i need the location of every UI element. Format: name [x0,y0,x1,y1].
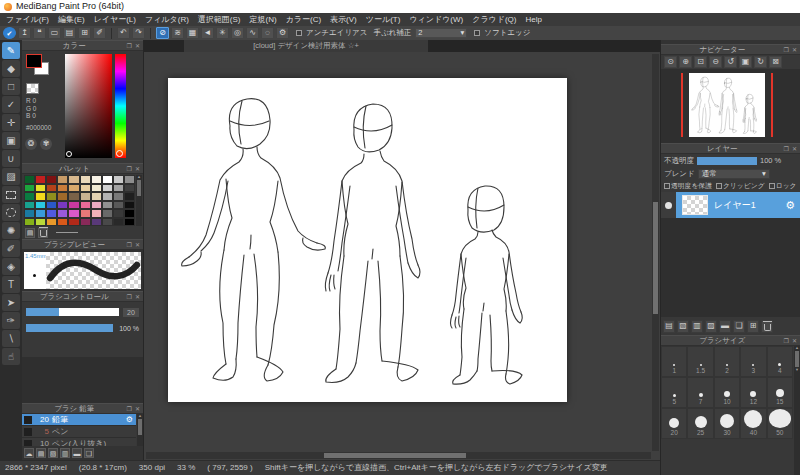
palette-swatch[interactable] [102,192,113,201]
popout-icon[interactable]: ❐ [127,406,132,412]
palette-swatch[interactable] [57,184,68,193]
scrollbar-thumb[interactable] [795,351,799,367]
brush-bitmap-icon[interactable]: ▥ [60,448,70,458]
canvas-viewport[interactable] [144,52,660,460]
brush-size-cell[interactable]: 10 [714,377,740,408]
brush-size-cell[interactable]: 30 [714,408,740,439]
color-wheel-icon[interactable]: ❂ [25,138,37,150]
palette-swatch[interactable] [80,184,91,193]
color-set-icon[interactable]: ✾ [40,138,52,150]
palette-swatch[interactable] [46,175,57,184]
snap-off-icon[interactable]: ⊘ [156,27,169,39]
text-tool[interactable]: T [2,276,20,293]
palette-swatch[interactable] [102,218,113,227]
palette-swatch[interactable] [113,201,124,210]
menu-item[interactable]: ファイル(F) [6,16,49,24]
palette-swatch[interactable] [68,175,79,184]
delete-layer-icon[interactable] [761,320,773,333]
brush-folder-icon[interactable]: ▬ [72,448,82,458]
palette-swatch[interactable] [113,184,124,193]
snap-settings-icon[interactable]: ⚙ [276,27,289,39]
palette-swatch[interactable] [24,201,35,210]
blend-mode-dropdown[interactable]: 通常 ▾ [698,169,770,179]
layer-option[interactable]: クリッピング [716,183,765,190]
foreground-color-swatch[interactable] [26,54,42,68]
hand-tool[interactable]: ☝ [2,348,20,365]
palette-swatch[interactable] [80,192,91,201]
palette-swatch[interactable] [68,209,79,218]
popout-icon[interactable]: ❐ [127,294,132,300]
palette-swatch[interactable] [24,209,35,218]
brush-list-item[interactable]: 20鉛筆⚙ [22,414,136,426]
add-color-icon[interactable]: ▤ [25,228,35,238]
palette-swatch[interactable] [113,175,124,184]
add-brush-icon[interactable]: ▤ [36,448,46,458]
document-tab[interactable]: [cloud] デザイン検討用素体 ☆+ [184,40,428,52]
scrollbar-thumb[interactable] [137,180,141,196]
add-layer-icon[interactable]: ▤ [663,320,675,333]
sv-marker[interactable] [66,151,72,157]
scroll-down-icon[interactable]: ▼ [795,368,799,372]
layer-option[interactable]: ロック [769,183,797,190]
grid-snap-icon[interactable]: ▦ [186,27,199,39]
palette-swatch[interactable] [124,192,135,201]
pen-settings-icon[interactable]: ✐ [93,27,106,39]
cloud-status-icon[interactable]: ✔ [3,27,16,39]
menu-item[interactable]: クラウド(Q) [472,16,516,24]
curve-snap-icon[interactable]: ∿ [246,27,259,39]
palette-swatch[interactable] [46,201,57,210]
brush-size-cell[interactable]: 20 [661,408,687,439]
palette-swatch[interactable] [102,184,113,193]
palette-swatch[interactable] [102,209,113,218]
eyedropper-tool[interactable]: ∖ [2,330,20,347]
magic-wand-tool[interactable]: ✺ [2,222,20,239]
palette-swatch[interactable] [80,201,91,210]
window-layout-icon[interactable]: ⊞ [78,27,91,39]
palette-swatch[interactable] [91,218,102,227]
palette-swatch[interactable] [24,192,35,201]
close-icon[interactable]: ✕ [135,242,140,248]
reset-view-icon[interactable]: ▣ [739,56,752,68]
duplicate-brush-icon[interactable]: ❏ [84,448,94,458]
navigator-view[interactable] [661,69,800,143]
add-8bit-layer-icon[interactable]: ▧ [677,320,689,333]
layer-row[interactable]: レイヤー1⚙ [661,192,800,218]
palette-swatch[interactable] [35,201,46,210]
brush-size-cell[interactable]: 1 [661,346,687,377]
layer-visibility[interactable] [661,192,676,218]
palette-swatch[interactable] [91,209,102,218]
palette-swatch[interactable] [57,201,68,210]
menu-item[interactable]: レイヤー(L) [94,16,136,24]
menu-item[interactable]: カラー(C) [286,16,321,24]
close-icon[interactable]: ✕ [135,406,140,412]
operation-tool[interactable]: ➤ [2,294,20,311]
merge-layer-icon[interactable]: ⊞ [747,320,759,333]
canvas-vertical-scrollbar[interactable] [652,54,659,451]
close-icon[interactable]: ✕ [792,47,797,53]
fit-screen-icon[interactable]: ⊡ [694,56,707,68]
brush-tool[interactable]: ✎ [2,42,20,59]
brush-size-slider[interactable] [26,308,119,316]
menu-item[interactable]: 編集(E) [58,16,85,24]
brush-size-cell[interactable]: 7 [687,377,713,408]
brush-script-icon[interactable]: ▧ [48,448,58,458]
palette-swatch[interactable] [46,218,57,227]
palette-swatch[interactable] [124,184,135,193]
gear-icon[interactable]: ⚙ [785,200,795,211]
palette-swatch[interactable] [80,218,91,227]
palette-scrollbar[interactable]: ▲ [136,175,142,226]
redo-icon[interactable]: ↷ [132,27,145,39]
scrollbar-thumb[interactable] [138,419,142,435]
layer-opacity-slider[interactable] [697,157,757,165]
palette-swatch[interactable] [24,184,35,193]
transform-tool[interactable]: ✛ [2,114,20,131]
add-folder-icon[interactable]: ▨ [705,320,717,333]
palette-swatch[interactable] [35,209,46,218]
scroll-up-icon[interactable]: ▲ [137,175,141,179]
zoom-in-icon[interactable]: ⊕ [679,56,692,68]
scrollbar-thumb[interactable] [653,202,658,314]
menu-item[interactable]: Help [526,16,542,24]
ellipse-snap-icon[interactable]: ◌ [261,27,274,39]
close-icon[interactable]: ✕ [792,338,797,344]
palette-swatch[interactable] [124,201,135,210]
